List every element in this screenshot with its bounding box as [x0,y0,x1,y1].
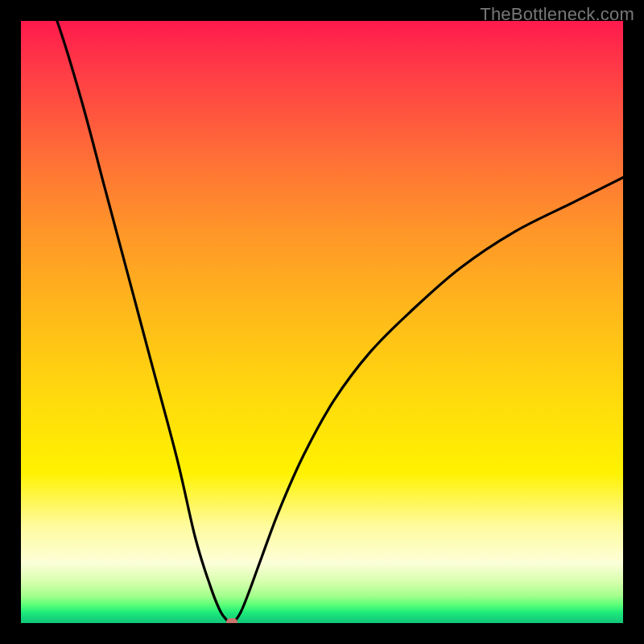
bottleneck-curve [21,21,623,623]
optimum-marker [226,618,237,623]
chart-frame [21,21,623,623]
